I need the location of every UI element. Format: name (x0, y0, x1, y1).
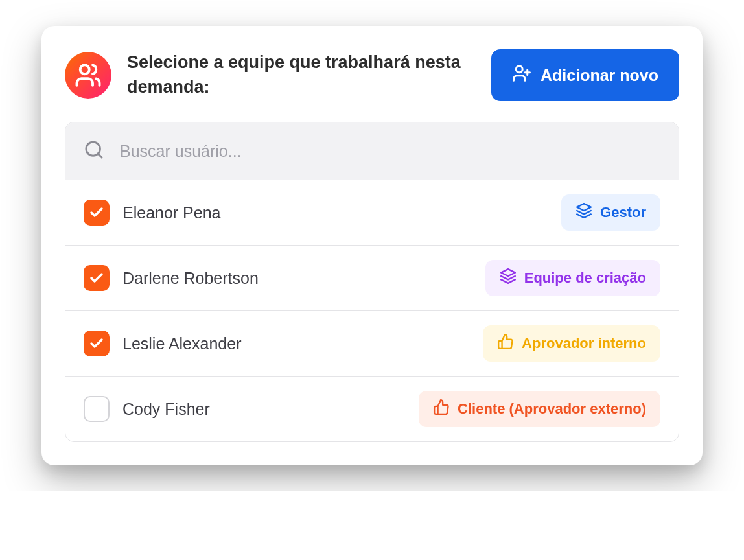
user-name: Eleanor Pena (122, 204, 221, 222)
role-badge[interactable]: Aprovador interno (483, 325, 660, 362)
user-row: Leslie AlexanderAprovador interno (65, 310, 679, 376)
user-row-left: Leslie Alexander (84, 331, 241, 356)
svg-point-1 (516, 66, 522, 73)
user-name: Leslie Alexander (122, 334, 241, 353)
role-label: Cliente (Aprovador externo) (458, 401, 646, 417)
role-label: Aprovador interno (522, 335, 646, 352)
user-checkbox[interactable] (84, 265, 110, 291)
user-row-left: Eleanor Pena (84, 200, 221, 226)
layers-icon (575, 202, 592, 223)
card-title: Selecione a equipe que trabalhará nesta … (127, 51, 476, 100)
add-button-label: Adicionar novo (541, 66, 658, 85)
svg-marker-7 (501, 269, 515, 276)
user-row-left: Cody Fisher (84, 396, 210, 422)
svg-point-0 (80, 65, 89, 74)
search-bar (65, 122, 679, 180)
user-name: Cody Fisher (122, 400, 210, 419)
user-row: Cody FisherCliente (Aprovador externo) (65, 376, 679, 441)
user-checkbox[interactable] (84, 396, 110, 422)
role-label: Gestor (600, 204, 646, 221)
people-icon (65, 52, 111, 99)
user-list-container: Eleanor PenaGestorDarlene RobertsonEquip… (65, 122, 679, 442)
card-header: Selecione a equipe que trabalhará nesta … (65, 49, 679, 101)
user-name: Darlene Robertson (122, 269, 259, 288)
thumbs-up-icon (497, 333, 514, 354)
user-row-left: Darlene Robertson (84, 265, 259, 291)
user-checkbox[interactable] (84, 200, 110, 226)
user-plus-icon (512, 64, 531, 87)
team-selection-card: Selecione a equipe que trabalhará nesta … (41, 26, 703, 465)
svg-marker-6 (577, 204, 591, 211)
layers-icon (500, 268, 517, 288)
search-input[interactable] (120, 142, 660, 161)
role-badge[interactable]: Equipe de criação (485, 260, 660, 296)
search-icon (84, 139, 104, 163)
role-badge[interactable]: Gestor (561, 194, 660, 231)
user-row: Eleanor PenaGestor (65, 180, 679, 245)
user-row: Darlene RobertsonEquipe de criação (65, 245, 679, 310)
add-user-button[interactable]: Adicionar novo (491, 49, 679, 101)
user-checkbox[interactable] (84, 331, 110, 356)
role-label: Equipe de criação (524, 270, 646, 286)
thumbs-up-icon (433, 399, 450, 419)
role-badge[interactable]: Cliente (Aprovador externo) (419, 391, 660, 427)
header-left: Selecione a equipe que trabalhará nesta … (65, 51, 476, 100)
svg-line-5 (98, 154, 102, 158)
